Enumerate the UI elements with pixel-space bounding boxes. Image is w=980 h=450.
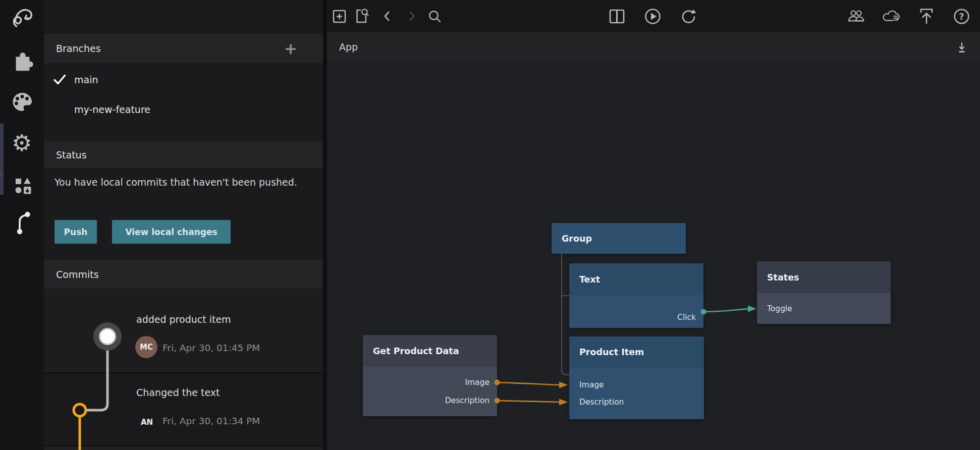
- branches-title: Branches: [56, 43, 101, 54]
- avatar: MC: [135, 336, 157, 358]
- download-icon[interactable]: [955, 40, 969, 54]
- node-title: States: [767, 272, 799, 283]
- component-navigation-bar: [327, 32, 980, 62]
- refresh-icon[interactable]: [680, 7, 698, 25]
- input-port-image[interactable]: Image: [579, 379, 604, 391]
- version-control-icon[interactable]: [0, 209, 44, 236]
- question-mark-glyph: ?: [959, 12, 964, 22]
- node-title: Text: [579, 274, 600, 285]
- push-button-label: Push: [64, 227, 88, 237]
- node-group[interactable]: Group: [552, 223, 686, 254]
- noodl-logo-icon[interactable]: [0, 6, 44, 29]
- split-view-icon[interactable]: [608, 7, 626, 25]
- app-breadcrumb[interactable]: App: [339, 32, 358, 62]
- branch-label: main: [74, 74, 98, 85]
- input-port-description[interactable]: Description: [579, 396, 624, 408]
- panel-canvas-divider: [323, 0, 327, 450]
- avatar-initials: MC: [140, 343, 153, 352]
- node-product-item[interactable]: Product Item Image Description: [569, 336, 704, 419]
- avatar-initials: AN: [141, 418, 153, 427]
- commit-date: Fri, Apr 30, 01:45 PM: [162, 343, 260, 353]
- search-icon[interactable]: [425, 7, 444, 25]
- branch-item-main[interactable]: main: [44, 70, 323, 93]
- branches-section-header: Branches: [44, 34, 323, 63]
- push-button[interactable]: Push: [55, 220, 97, 244]
- current-branch-check-icon: [52, 73, 67, 86]
- input-port-toggle[interactable]: Toggle: [767, 303, 792, 315]
- node-states[interactable]: States Toggle: [757, 261, 891, 324]
- collaborators-icon[interactable]: [847, 7, 865, 25]
- help-icon[interactable]: ?: [952, 7, 970, 25]
- components-icon[interactable]: [0, 49, 44, 73]
- commits-section-header: Commits: [44, 260, 323, 289]
- component-search-icon[interactable]: [353, 7, 371, 25]
- clipped-text-fragment: o: [0, 168, 4, 178]
- status-title: Status: [56, 149, 87, 160]
- commit-date: Fri, Apr 30, 01:34 PM: [162, 416, 260, 426]
- output-port-image[interactable]: Image: [465, 376, 489, 388]
- status-message: You have local commits that haven't been…: [55, 174, 301, 191]
- background-panel-edge-fragment: t o: [0, 124, 4, 195]
- marketplace-icon[interactable]: [0, 175, 44, 195]
- node-body: Click: [569, 295, 703, 328]
- gear-glyph: ⚙: [12, 132, 32, 155]
- navigate-forward-icon[interactable]: [403, 7, 421, 25]
- node-title: Get Product Data: [373, 346, 459, 356]
- node-body: Image Description: [363, 367, 497, 416]
- commit-row-2[interactable]: [44, 373, 323, 445]
- cloud-services-icon[interactable]: [882, 7, 900, 25]
- settings-icon[interactable]: ⚙: [0, 132, 44, 155]
- run-preview-icon[interactable]: [643, 7, 662, 25]
- node-title: Product Item: [579, 347, 644, 357]
- status-section-header: Status: [44, 141, 323, 168]
- view-local-changes-label: View local changes: [125, 227, 217, 237]
- commit-divider: [44, 445, 323, 446]
- output-port-click[interactable]: Click: [677, 311, 696, 323]
- navigate-back-icon[interactable]: [377, 7, 396, 25]
- commit-divider: [44, 372, 323, 373]
- app-breadcrumb-label: App: [339, 41, 358, 52]
- view-local-changes-button[interactable]: View local changes: [112, 220, 231, 244]
- node-text[interactable]: Text Click: [569, 263, 703, 328]
- styles-icon[interactable]: [0, 90, 44, 114]
- node-get-product-data[interactable]: Get Product Data Image Description: [363, 335, 497, 416]
- activity-bar: ⚙: [0, 0, 44, 450]
- add-node-icon[interactable]: [330, 7, 348, 25]
- deploy-icon[interactable]: [917, 7, 936, 25]
- commits-title: Commits: [56, 269, 99, 280]
- add-branch-button[interactable]: +: [283, 38, 299, 59]
- branch-label: my-new-feature: [74, 104, 150, 115]
- node-title: Group: [562, 234, 592, 244]
- commit-message: Changed the text: [136, 387, 220, 398]
- commit-row-3-partial[interactable]: [44, 446, 323, 450]
- node-body: Image Description: [569, 368, 704, 419]
- commit-message: added product item: [136, 314, 231, 325]
- commit-row-1[interactable]: [44, 289, 323, 372]
- output-port-description[interactable]: Description: [445, 395, 489, 407]
- branch-item-my-new-feature[interactable]: my-new-feature: [44, 100, 323, 123]
- node-body: Toggle: [757, 293, 891, 324]
- clipped-text-fragment: t: [0, 136, 4, 146]
